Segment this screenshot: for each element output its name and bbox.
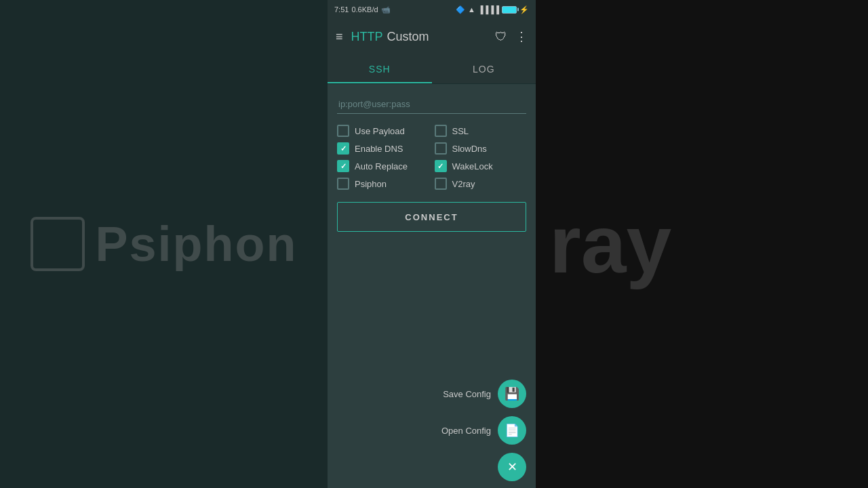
close-icon: ✕ <box>507 460 517 474</box>
ray-bg-text: ray <box>536 197 671 291</box>
charging-icon: ⚡ <box>519 5 529 14</box>
video-icon: 📹 <box>381 5 391 14</box>
checkbox-v2ray[interactable]: V2ray <box>435 178 527 190</box>
psiphon-label: Psiphon <box>355 179 387 189</box>
wifi-icon: ▲ <box>468 5 475 14</box>
checkboxes-grid: Use Payload SSL Enable DNS SlowDns Auto … <box>337 125 526 190</box>
title-custom: Custom <box>387 30 429 44</box>
checkbox-ssl[interactable]: SSL <box>435 125 527 137</box>
checkbox-auto-replace[interactable]: Auto Replace <box>337 160 429 172</box>
psiphon-bg-text: Psiphon <box>96 216 298 272</box>
ssl-box <box>435 125 447 137</box>
fab-close-row: ✕ <box>498 453 526 481</box>
title-http: HTTP <box>351 30 383 44</box>
background-right: ray <box>536 0 868 488</box>
status-right: 🔷 ▲ ▐▐▐▐ ⚡ <box>456 5 529 14</box>
main-content: Use Payload SSL Enable DNS SlowDns Auto … <box>328 84 536 488</box>
menu-icon[interactable]: ≡ <box>336 30 343 44</box>
status-data: 0.6KB/d <box>351 5 378 14</box>
open-icon: 📄 <box>505 423 519 438</box>
open-config-button[interactable]: 📄 <box>498 416 526 445</box>
server-input[interactable] <box>337 95 526 114</box>
v2ray-label: V2ray <box>452 179 475 189</box>
save-config-label: Save Config <box>443 389 491 399</box>
tabs-bar: SSH LOG <box>328 54 536 84</box>
psiphon-logo: Psiphon <box>31 216 298 272</box>
status-time: 7:51 <box>334 5 349 14</box>
ssl-label: SSL <box>452 126 469 136</box>
battery-icon <box>502 6 517 14</box>
star-icon[interactable]: 🛡 <box>495 30 507 44</box>
auto-replace-box <box>337 160 349 172</box>
slowdns-box <box>435 142 447 155</box>
tab-ssh[interactable]: SSH <box>328 54 432 83</box>
phone-frame: 7:51 0.6KB/d 📹 🔷 ▲ ▐▐▐▐ ⚡ ≡ HTTP Custom … <box>328 0 536 488</box>
bluetooth-icon: 🔷 <box>456 5 465 14</box>
slowdns-label: SlowDns <box>452 144 487 154</box>
tab-log[interactable]: LOG <box>432 54 536 83</box>
status-left: 7:51 0.6KB/d 📹 <box>334 5 391 14</box>
checkbox-psiphon[interactable]: Psiphon <box>337 178 429 190</box>
fab-area: Save Config 💾 Open Config 📄 ✕ <box>441 380 526 481</box>
background-left: Psiphon <box>0 0 328 488</box>
app-title: HTTP Custom <box>351 30 429 44</box>
open-config-row: Open Config 📄 <box>441 416 526 445</box>
checkbox-slowdns[interactable]: SlowDns <box>435 142 527 155</box>
checkbox-wakelock[interactable]: WakeLock <box>435 160 527 172</box>
app-header: ≡ HTTP Custom 🛡 ⋮ <box>328 19 536 54</box>
enable-dns-box <box>337 142 349 155</box>
use-payload-box <box>337 125 349 137</box>
more-icon[interactable]: ⋮ <box>515 29 528 44</box>
fab-close-button[interactable]: ✕ <box>498 453 526 481</box>
connect-button[interactable]: CONNECT <box>337 202 526 232</box>
wakelock-label: WakeLock <box>452 161 493 171</box>
signal-icon: ▐▐▐▐ <box>478 5 499 14</box>
checkbox-enable-dns[interactable]: Enable DNS <box>337 142 429 155</box>
enable-dns-label: Enable DNS <box>355 144 403 154</box>
use-payload-label: Use Payload <box>355 126 405 136</box>
save-config-row: Save Config 💾 <box>443 380 526 408</box>
save-config-button[interactable]: 💾 <box>498 380 526 408</box>
header-icons: 🛡 ⋮ <box>495 29 528 44</box>
checkbox-use-payload[interactable]: Use Payload <box>337 125 429 137</box>
logo-box-icon <box>31 217 85 271</box>
save-icon: 💾 <box>505 386 519 401</box>
auto-replace-label: Auto Replace <box>355 161 408 171</box>
v2ray-box <box>435 178 447 190</box>
wakelock-box <box>435 160 447 172</box>
psiphon-box <box>337 178 349 190</box>
status-bar: 7:51 0.6KB/d 📹 🔷 ▲ ▐▐▐▐ ⚡ <box>328 0 536 19</box>
open-config-label: Open Config <box>441 426 491 436</box>
